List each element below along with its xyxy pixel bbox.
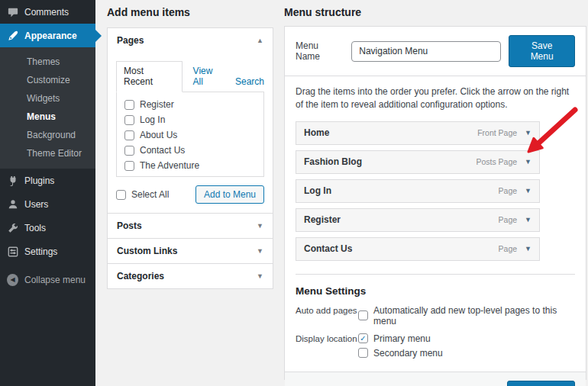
menu-item-label: Contact Us: [304, 243, 352, 254]
chevron-down-icon[interactable]: ▼: [525, 216, 531, 224]
menu-structure-title: Menu structure: [284, 6, 586, 18]
sidebar-item-label: Plugins: [24, 175, 54, 186]
list-item: About Us: [124, 130, 256, 140]
sidebar-item-label: Settings: [24, 246, 57, 257]
add-menu-items-panel: Add menu items Pages ▲ Most Recent View …: [107, 6, 273, 289]
checkbox-log-in[interactable]: [124, 115, 134, 125]
drag-instructions: Drag the items into the order you prefer…: [296, 85, 575, 111]
pages-tabs: Most Recent View All Search: [116, 61, 264, 92]
chevron-down-icon[interactable]: ▼: [257, 272, 263, 280]
menu-item-home[interactable]: Home Front Page ▼: [296, 121, 540, 145]
custom-links-accordion-header[interactable]: Custom Links ▼: [108, 239, 273, 263]
tab-most-recent[interactable]: Most Recent: [116, 61, 183, 92]
sidebar-item-appearance[interactable]: Appearance: [0, 24, 95, 47]
page-option-label: Log In: [140, 114, 165, 125]
appearance-submenu: Themes Customize Widgets Menus Backgroun…: [0, 47, 95, 169]
custom-links-accordion: Custom Links ▼: [107, 238, 273, 264]
checkmark-icon: ✓: [360, 335, 366, 343]
menu-item-type: Posts Page: [476, 157, 517, 166]
chevron-down-icon[interactable]: ▼: [525, 158, 531, 166]
collapse-menu-icon: ◀: [7, 274, 18, 285]
menu-items-list: Home Front Page ▼ Fashion Blog Posts Pag…: [296, 121, 540, 261]
most-recent-pages-list: Register Log In About Us Contact Us: [116, 92, 264, 177]
menu-item-type: Page: [499, 186, 518, 195]
checkbox-auto-add-pages[interactable]: [358, 310, 368, 320]
sidebar-item-users[interactable]: Users: [0, 192, 95, 216]
submenu-item-theme-editor[interactable]: Theme Editor: [0, 144, 95, 162]
plugins-icon: [7, 175, 18, 186]
menu-structure-body: Drag the items into the order you prefer…: [285, 76, 586, 372]
chevron-down-icon[interactable]: ▼: [257, 222, 263, 230]
menu-item-type: Page: [499, 215, 518, 224]
menu-item-type: Front Page: [477, 128, 517, 137]
admin-sidebar: Comments Appearance Themes Customize Wid…: [0, 0, 95, 386]
tab-view-all[interactable]: View All: [193, 62, 225, 92]
sidebar-item-tools[interactable]: Tools: [0, 216, 95, 240]
chevron-up-icon[interactable]: ▲: [257, 37, 263, 44]
sidebar-item-comments[interactable]: Comments: [0, 0, 95, 24]
auto-add-pages-row: Auto add pages Automatically add new top…: [296, 305, 575, 326]
menu-item-label: Fashion Blog: [304, 156, 362, 167]
submenu-item-menus[interactable]: Menus: [0, 108, 95, 126]
checkbox-the-adventure[interactable]: [124, 161, 134, 171]
submenu-item-themes[interactable]: Themes: [0, 53, 95, 71]
display-location-row: Display location ✓ Primary menu Secondar…: [296, 333, 575, 359]
menu-item-fashion-blog[interactable]: Fashion Blog Posts Page ▼: [296, 150, 540, 174]
categories-accordion-header[interactable]: Categories ▼: [108, 264, 273, 288]
checkbox-select-all[interactable]: [116, 190, 126, 200]
checkbox-register[interactable]: [124, 100, 134, 110]
posts-accordion: Posts ▼: [107, 213, 273, 239]
submenu-item-customize[interactable]: Customize: [0, 71, 95, 89]
chevron-down-icon[interactable]: ▼: [525, 245, 531, 253]
list-item: Register: [124, 99, 256, 110]
chevron-down-icon[interactable]: ▼: [525, 187, 531, 195]
list-item: Contact Us: [124, 145, 256, 156]
posts-accordion-header[interactable]: Posts ▼: [108, 214, 273, 238]
sidebar-item-label: Tools: [24, 223, 46, 233]
list-item: The Adventure: [124, 160, 256, 171]
menu-item-contact-us[interactable]: Contact Us Page ▼: [296, 237, 540, 261]
display-location-label: Display location: [296, 333, 358, 343]
posts-accordion-label: Posts: [117, 220, 142, 231]
save-menu-button-bottom[interactable]: Save Menu: [507, 381, 575, 386]
auto-add-pages-label: Auto add pages: [296, 305, 358, 315]
comments-icon: [7, 6, 18, 18]
chevron-down-icon[interactable]: ▼: [257, 247, 263, 255]
select-all-row: Select All Add to Menu: [116, 185, 264, 204]
users-icon: [7, 198, 18, 210]
pages-accordion-label: Pages: [117, 35, 144, 46]
tab-search[interactable]: Search: [235, 72, 264, 92]
list-item: Log In: [124, 114, 256, 125]
submenu-item-widgets[interactable]: Widgets: [0, 89, 95, 108]
chevron-down-icon[interactable]: ▼: [525, 129, 531, 137]
menu-item-register[interactable]: Register Page ▼: [296, 208, 540, 232]
menu-name-input[interactable]: [351, 41, 501, 62]
menu-name-row: Menu Name Save Menu: [285, 27, 586, 76]
menu-name-label: Menu Name: [296, 40, 344, 62]
sidebar-item-label: Collapse menu: [24, 275, 86, 285]
sidebar-item-plugins[interactable]: Plugins: [0, 169, 95, 192]
add-menu-items-title: Add menu items: [107, 6, 273, 18]
checkbox-about-us[interactable]: [124, 130, 134, 140]
page-option-label: Contact Us: [140, 145, 185, 156]
sidebar-item-label: Users: [24, 199, 48, 210]
save-menu-button-top[interactable]: Save Menu: [509, 35, 575, 67]
add-to-menu-button[interactable]: Add to Menu: [195, 185, 264, 204]
auto-add-pages-option: Automatically add new top-level pages to…: [373, 305, 575, 326]
checkbox-secondary-menu[interactable]: [358, 348, 368, 358]
pages-accordion-header[interactable]: Pages ▲: [108, 28, 273, 53]
checkbox-contact-us[interactable]: [124, 146, 134, 156]
sidebar-item-settings[interactable]: Settings: [0, 240, 95, 263]
active-menu-arrow-notch: [95, 30, 102, 42]
menu-item-label: Log In: [304, 185, 331, 196]
sidebar-item-label: Appearance: [24, 31, 77, 41]
menu-item-label: Register: [304, 214, 341, 225]
sidebar-item-collapse-menu[interactable]: ◀ Collapse menu: [0, 268, 95, 291]
checkbox-primary-menu[interactable]: ✓: [358, 333, 368, 343]
submenu-item-background[interactable]: Background: [0, 126, 95, 144]
menu-item-log-in[interactable]: Log In Page ▼: [296, 179, 540, 203]
appearance-icon: [7, 30, 18, 41]
pages-accordion: Pages ▲ Most Recent View All Search Regi…: [107, 27, 273, 214]
select-all-label: Select All: [131, 189, 169, 200]
primary-menu-label: Primary menu: [373, 333, 431, 344]
